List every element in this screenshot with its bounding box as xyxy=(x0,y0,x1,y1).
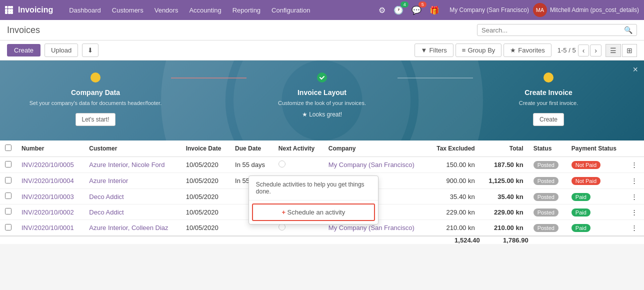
gift-icon[interactable]: 🎁 xyxy=(428,4,442,17)
customer-link[interactable]: Azure Interior xyxy=(89,177,128,184)
settings-icon[interactable]: ⚙ xyxy=(376,4,388,17)
nav-vendors[interactable]: Vendors xyxy=(150,4,184,16)
download-button[interactable]: ⬇ xyxy=(82,44,98,57)
search-icon: 🔍 xyxy=(624,26,632,34)
onboarding-step-2: Invoice Layout Customize the look of you… xyxy=(246,72,398,118)
customer-link[interactable]: Deco Addict xyxy=(89,208,124,216)
filters-button[interactable]: ▼ Filters xyxy=(414,44,454,57)
row-options[interactable]: ⋮ xyxy=(626,220,644,236)
customer-link[interactable]: Deco Addict xyxy=(89,193,124,200)
favorites-button[interactable]: ★ Favorites xyxy=(504,44,551,57)
close-button[interactable]: × xyxy=(632,64,638,75)
row-checkbox[interactable] xyxy=(5,208,12,214)
row-checkbox[interactable] xyxy=(5,192,12,199)
invoice-link[interactable]: INV/2020/10/0001 xyxy=(22,224,74,232)
row-checkbox[interactable] xyxy=(5,161,12,168)
nav-configuration[interactable]: Configuration xyxy=(266,4,315,16)
step-3-desc: Create your first invoice. xyxy=(473,100,624,107)
schedule-activity-button[interactable]: + Schedule an activity xyxy=(252,204,375,221)
apps-icon[interactable] xyxy=(5,6,13,14)
select-all-checkbox[interactable] xyxy=(5,144,12,151)
select-all-header[interactable] xyxy=(0,140,16,157)
activity-popover: Schedule activities to help you get thin… xyxy=(248,176,378,224)
payment-badge: Paid xyxy=(572,193,590,201)
row-number[interactable]: INV/2020/10/0001 xyxy=(16,220,84,236)
row-number[interactable]: INV/2020/10/0004 xyxy=(16,173,84,189)
payment-badge: Not Paid xyxy=(572,161,600,169)
customer-link[interactable]: Azure Interior, Nicole Ford xyxy=(89,161,164,168)
row-checkbox-cell[interactable] xyxy=(0,204,16,220)
nav-dashboard[interactable]: Dashboard xyxy=(64,4,106,16)
create-invoice-button[interactable]: Create xyxy=(533,113,564,126)
row-options[interactable]: ⋮ xyxy=(626,173,644,189)
col-company: Company xyxy=(324,140,428,157)
invoice-link[interactable]: INV/2020/10/0002 xyxy=(22,208,74,216)
invoice-link[interactable]: INV/2020/10/0005 xyxy=(22,161,74,168)
grid-view-button[interactable]: ⊞ xyxy=(622,44,637,57)
upload-button[interactable]: Upload xyxy=(44,44,78,57)
invoice-link[interactable]: INV/2020/10/0003 xyxy=(22,193,74,200)
list-view-button[interactable]: ☰ xyxy=(606,44,621,57)
col-customer: Customer xyxy=(84,140,180,157)
row-total: 210.00 kn xyxy=(480,220,528,236)
lets-start-button[interactable]: Let's start! xyxy=(76,113,116,126)
row-status: Posted xyxy=(528,189,566,204)
user-menu[interactable]: MA Mitchell Admin (pos_cost_details) xyxy=(533,3,639,17)
row-options[interactable]: ⋮ xyxy=(626,157,644,173)
row-checkbox-cell[interactable] xyxy=(0,173,16,189)
row-customer[interactable]: Azure Interior xyxy=(84,173,180,189)
prev-page-button[interactable]: ‹ xyxy=(578,44,590,56)
col-extra xyxy=(626,140,644,157)
group-by-button[interactable]: ≡ Group By xyxy=(456,44,502,57)
activity-dot[interactable] xyxy=(278,160,286,168)
nav-reporting[interactable]: Reporting xyxy=(228,4,266,16)
row-total: 1,125.00 kn xyxy=(480,173,528,189)
nav-customers[interactable]: Customers xyxy=(107,4,148,16)
row-customer[interactable]: Azure Interior, Nicole Ford xyxy=(84,157,180,173)
row-number[interactable]: INV/2020/10/0002 xyxy=(16,204,84,220)
payment-badge: Not Paid xyxy=(572,177,600,185)
row-invoice-date: 10/05/2020 xyxy=(181,204,230,220)
activity-wrapper[interactable]: Schedule activities to help you get thin… xyxy=(278,160,286,169)
invoice-link[interactable]: INV/2020/10/0004 xyxy=(22,177,74,184)
footer-tax-excluded-total: 1,524.40 xyxy=(428,236,480,244)
row-checkbox-cell[interactable] xyxy=(0,157,16,173)
activity-dot[interactable] xyxy=(278,224,286,230)
row-options[interactable]: ⋮ xyxy=(626,204,644,220)
customer-link[interactable]: Azure Interior, Colleen Diaz xyxy=(89,224,168,232)
search-input[interactable] xyxy=(482,26,624,34)
row-due-date: In 55 days xyxy=(230,157,274,173)
create-button[interactable]: Create xyxy=(7,44,40,56)
invoices-table: Number Customer Invoice Date Due Date Ne… xyxy=(0,140,644,244)
clock-icon[interactable]: 🕐 4 xyxy=(392,4,406,17)
row-options[interactable]: ⋮ xyxy=(626,189,644,204)
row-company[interactable]: My Company (San Francisco) xyxy=(324,157,428,173)
company-name[interactable]: My Company (San Francisco) xyxy=(450,6,529,14)
row-number[interactable]: INV/2020/10/0003 xyxy=(16,189,84,204)
row-tax-excluded: 35.40 kn xyxy=(428,189,480,204)
company-link[interactable]: My Company (San Francisco) xyxy=(328,224,414,232)
row-payment-status: Paid xyxy=(566,204,626,220)
plus-icon: + xyxy=(282,208,286,216)
row-customer[interactable]: Deco Addict xyxy=(84,204,180,220)
row-checkbox[interactable] xyxy=(5,177,12,184)
company-link[interactable]: My Company (San Francisco) xyxy=(328,161,414,168)
row-invoice-date: 10/05/2020 xyxy=(181,173,230,189)
row-checkbox-cell[interactable] xyxy=(0,189,16,204)
row-customer[interactable]: Azure Interior, Colleen Diaz xyxy=(84,220,180,236)
next-page-button[interactable]: › xyxy=(590,44,602,56)
payment-badge: Paid xyxy=(572,224,590,232)
row-payment-status: Not Paid xyxy=(566,157,626,173)
row-number[interactable]: INV/2020/10/0005 xyxy=(16,157,84,173)
row-activity[interactable]: Schedule activities to help you get thin… xyxy=(274,157,324,173)
step-2-desc: Customize the look of your invoices. xyxy=(246,100,398,107)
svg-rect-5 xyxy=(10,9,13,12)
payment-badge: Paid xyxy=(572,208,590,216)
row-checkbox-cell[interactable] xyxy=(0,220,16,236)
row-checkbox[interactable] xyxy=(5,224,12,230)
nav-accounting[interactable]: Accounting xyxy=(184,4,226,16)
chat-icon[interactable]: 💬 5 xyxy=(410,4,424,17)
table-body: INV/2020/10/0005 Azure Interior, Nicole … xyxy=(0,157,644,236)
row-customer[interactable]: Deco Addict xyxy=(84,189,180,204)
table-header-row: Number Customer Invoice Date Due Date Ne… xyxy=(0,140,644,157)
